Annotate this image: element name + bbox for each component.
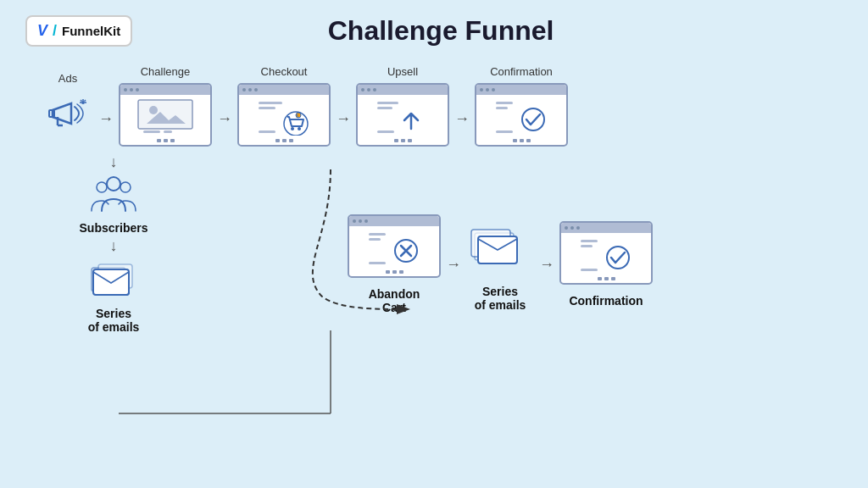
abandon-cart-browser [348, 214, 441, 278]
svg-point-3 [81, 101, 85, 104]
svg-point-28 [107, 177, 120, 191]
svg-rect-13 [259, 102, 282, 104]
bottom-area: ↓ Subscribers [42, 153, 843, 334]
subscribers-label: Subscribers [80, 221, 148, 235]
svg-line-7 [81, 100, 82, 102]
svg-rect-42 [581, 240, 598, 242]
arrow-down-1: ↓ [110, 153, 118, 172]
series-emails-label: Seriesof emails [475, 285, 526, 312]
svg-rect-23 [377, 130, 394, 133]
subscribers-step: Subscribers [80, 172, 148, 235]
header: V / FunnelKit Challenge Funnel [25, 15, 843, 47]
bottom-right-row: AbandonCart → Seriesof emails → [348, 196, 653, 334]
checkout-browser: $ [237, 83, 331, 147]
emails-left-step: Seriesof emails [88, 258, 140, 334]
upsell-content [358, 95, 448, 139]
svg-rect-43 [581, 245, 593, 247]
svg-rect-12 [164, 130, 172, 133]
browser-footer-2 [239, 139, 329, 145]
svg-rect-22 [377, 107, 392, 109]
upsell-browser [356, 83, 449, 147]
svg-rect-35 [369, 233, 386, 236]
svg-rect-45 [581, 269, 598, 271]
svg-point-17 [298, 127, 301, 130]
top-funnel-row: Ads [42, 65, 843, 147]
people-icon [88, 172, 139, 218]
logo: V / FunnelKit [25, 15, 132, 47]
arrow-down-2: ↓ [110, 235, 118, 258]
browser-footer-6 [561, 277, 651, 283]
arrow-emails-confirmation: → [539, 256, 554, 274]
challenge-browser [119, 83, 212, 147]
abandon-cart-content [349, 226, 439, 270]
browser-bar-4 [476, 85, 566, 95]
megaphone-icon [42, 90, 93, 141]
svg-rect-11 [143, 130, 160, 133]
svg-point-16 [291, 127, 294, 130]
browser-footer-4 [476, 139, 566, 145]
step-challenge: Challenge [119, 65, 212, 147]
browser-bar-2 [239, 85, 329, 95]
step-abandon-cart: AbandonCart [348, 214, 441, 314]
emails-left-label: Seriesof emails [88, 307, 140, 334]
step-series-emails: Seriesof emails [466, 218, 534, 312]
svg-rect-24 [496, 102, 513, 104]
page-title: Challenge Funnel [158, 15, 724, 47]
step-upsell: Upsell [356, 65, 449, 147]
svg-rect-20 [259, 130, 275, 133]
svg-rect-9 [138, 100, 192, 129]
checkout-content: $ [239, 95, 329, 139]
browser-bar-3 [358, 85, 448, 95]
emails-left-icon [88, 258, 139, 303]
challenge-content [120, 95, 210, 139]
step-checkout: Checkout $ [237, 65, 331, 147]
svg-point-29 [97, 182, 107, 192]
ads-label: Ads [58, 72, 77, 85]
confirmation-bottom-content [561, 233, 651, 277]
challenge-label: Challenge [141, 65, 191, 78]
svg-point-30 [120, 182, 131, 192]
arrow-upsell-confirmation: → [454, 110, 470, 128]
logo-slash-icon: / [53, 22, 57, 40]
svg-point-10 [149, 106, 158, 114]
main-container: V / FunnelKit Challenge Funnel Ads [0, 0, 868, 488]
checkout-label: Checkout [261, 65, 308, 78]
abandon-cart-label: AbandonCart [369, 287, 420, 314]
svg-rect-27 [496, 130, 513, 133]
browser-footer [120, 139, 210, 145]
svg-line-8 [85, 100, 86, 102]
svg-rect-21 [377, 102, 398, 104]
step-confirmation-top: Confirmation [475, 65, 568, 147]
step-confirmation-bottom: Confirmation [559, 221, 653, 308]
arrow-abandon-emails: → [446, 256, 461, 274]
svg-rect-34 [93, 269, 129, 295]
confirmation-top-browser [475, 83, 568, 147]
logo-v-icon: V [37, 22, 47, 40]
arrow-checkout-upsell: → [336, 110, 351, 128]
arrow-challenge-checkout: → [217, 110, 232, 128]
step-ads: Ads [42, 72, 93, 141]
svg-rect-25 [496, 107, 508, 109]
arrow-ads-challenge: → [98, 110, 114, 128]
browser-footer-5 [349, 270, 439, 276]
svg-text:$: $ [297, 114, 299, 119]
emails-right-icon [466, 218, 534, 276]
browser-footer-3 [358, 139, 448, 145]
confirmation-top-content [476, 95, 566, 139]
confirmation-top-label: Confirmation [490, 65, 553, 78]
browser-bar [120, 85, 210, 95]
svg-rect-38 [369, 262, 386, 264]
left-column: ↓ Subscribers [42, 153, 178, 334]
svg-rect-36 [369, 238, 381, 241]
browser-bar-5 [349, 216, 439, 226]
confirmation-bottom-label: Confirmation [569, 294, 643, 308]
browser-bar-6 [561, 223, 651, 233]
logo-text: FunnelKit [62, 24, 120, 38]
upsell-label: Upsell [387, 65, 418, 78]
confirmation-bottom-browser [559, 221, 653, 285]
svg-rect-14 [259, 107, 275, 109]
